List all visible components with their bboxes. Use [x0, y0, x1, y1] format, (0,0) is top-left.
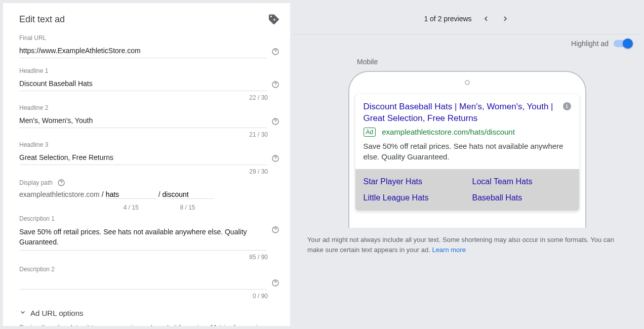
headline3-input[interactable] — [19, 151, 267, 165]
sitelink: Star Player Hats — [364, 177, 462, 186]
ad-url-options-label: Ad URL options — [30, 309, 84, 317]
help-icon[interactable] — [271, 278, 280, 287]
next-preview-button[interactable] — [500, 14, 510, 24]
ad-url-options-toggle[interactable]: Ad URL options — [19, 309, 84, 317]
preview-panel: 1 of 2 previews Highlight ad Mobile Disc… — [293, 3, 641, 326]
sitelink: Little League Hats — [364, 193, 462, 202]
price-tag-icon[interactable] — [268, 13, 280, 25]
description2-label: Description 2 — [19, 266, 280, 273]
phone-preview: Discount Baseball Hats | Men's, Women's,… — [348, 71, 586, 228]
edit-panel: Edit text ad Final URL Headline 1 — [3, 3, 290, 326]
svg-point-5 — [275, 122, 275, 123]
svg-point-7 — [275, 159, 275, 160]
ad-preview-description: Save 50% off retail prices. See hats not… — [364, 141, 571, 162]
help-icon[interactable] — [271, 117, 280, 126]
svg-point-1 — [275, 53, 275, 53]
description1-input[interactable] — [19, 225, 267, 251]
svg-point-11 — [275, 231, 275, 232]
ad-preview-url: exampleathleticstore.com/hats/discount — [382, 128, 515, 136]
headline2-input[interactable] — [19, 114, 267, 128]
headline2-label: Headline 2 — [19, 104, 280, 111]
path1-counter: 4 / 15 — [106, 204, 156, 211]
prev-preview-button[interactable] — [481, 14, 491, 24]
svg-point-3 — [275, 86, 275, 86]
path2-input[interactable] — [163, 190, 213, 199]
headline1-counter: 22 / 30 — [19, 94, 268, 101]
display-path-base: exampleathleticstore.com — [19, 190, 100, 198]
svg-point-9 — [61, 184, 62, 185]
ad-preview-headline: Discount Baseball Hats | Men's, Women's,… — [364, 101, 571, 125]
preview-mobile-label: Mobile — [357, 58, 378, 66]
highlight-ad-toggle[interactable] — [614, 40, 632, 47]
headline3-counter: 29 / 30 — [19, 168, 268, 175]
save-note: Saving the ad updates it to a new versio… — [19, 322, 280, 326]
headline3-label: Headline 3 — [19, 141, 280, 148]
help-icon[interactable] — [271, 154, 280, 163]
preview-disclaimer: Your ad might not always include all you… — [303, 228, 631, 255]
headline1-input[interactable] — [19, 77, 267, 91]
headline2-counter: 21 / 30 — [19, 131, 268, 138]
sitelink: Baseball Hats — [472, 193, 571, 202]
panel-title: Edit text ad — [19, 14, 65, 25]
path2-counter: 8 / 15 — [163, 204, 213, 211]
description2-counter: 0 / 90 — [19, 293, 268, 300]
svg-point-13 — [275, 284, 275, 284]
description1-label: Description 1 — [19, 215, 280, 222]
info-icon[interactable]: i — [563, 102, 571, 110]
final-url-input[interactable] — [19, 45, 267, 58]
ad-badge: Ad — [364, 128, 376, 137]
description2-input[interactable] — [19, 276, 267, 290]
sitelink: Local Team Hats — [472, 177, 571, 186]
chevron-down-icon — [19, 309, 26, 317]
highlight-ad-label: Highlight ad — [571, 39, 609, 48]
description1-counter: 85 / 90 — [19, 254, 268, 261]
help-icon[interactable] — [271, 225, 280, 234]
help-icon[interactable] — [57, 178, 66, 187]
display-path-label: Display path — [19, 179, 53, 186]
path1-input[interactable] — [106, 190, 156, 199]
help-icon[interactable] — [271, 80, 280, 89]
learn-more-link[interactable]: Learn more — [432, 246, 465, 254]
help-icon[interactable] — [271, 47, 280, 56]
ad-preview-card: Discount Baseball Hats | Men's, Women's,… — [355, 94, 579, 211]
preview-counter: 1 of 2 previews — [424, 15, 471, 23]
headline1-label: Headline 1 — [19, 67, 280, 74]
final-url-label: Final URL — [19, 34, 280, 42]
